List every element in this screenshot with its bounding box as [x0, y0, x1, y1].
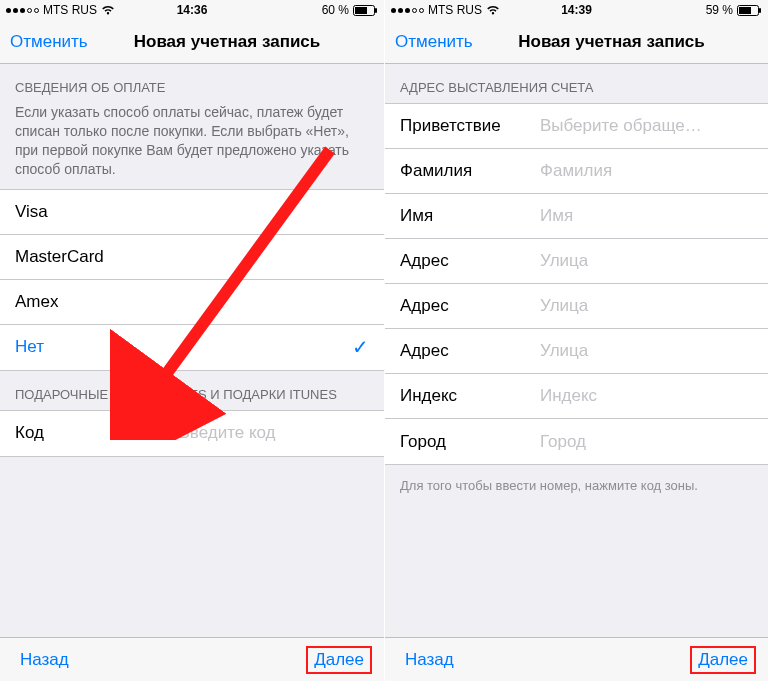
lastname-row[interactable]: Фамилия	[385, 149, 768, 194]
address2-input[interactable]	[540, 296, 753, 316]
city-input[interactable]	[540, 432, 753, 452]
billing-section-header: АДРЕС ВЫСТАВЛЕНИЯ СЧЕТА	[385, 64, 768, 103]
status-right: 59 %	[706, 3, 762, 17]
firstname-row[interactable]: Имя	[385, 194, 768, 239]
firstname-input[interactable]	[540, 206, 753, 226]
salutation-row[interactable]: Приветствие Выберите обраще…	[385, 104, 768, 149]
phone-left: MTS RUS 14:36 60 % Отменить Новая учетна…	[0, 0, 384, 681]
field-label: Адрес	[400, 296, 540, 316]
option-label: MasterCard	[15, 247, 104, 267]
payment-option-visa[interactable]: Visa	[0, 190, 384, 235]
scroll-content[interactable]: СВЕДЕНИЯ ОБ ОПЛАТЕ Если указать способ о…	[0, 64, 384, 637]
next-button[interactable]: Далее	[306, 646, 372, 674]
gift-code-label: Код	[15, 423, 85, 443]
status-bar: MTS RUS 14:36 60 %	[0, 0, 384, 20]
payment-section-header: СВЕДЕНИЯ ОБ ОПЛАТЕ	[0, 64, 384, 103]
field-label: Приветствие	[400, 116, 540, 136]
payment-option-mastercard[interactable]: MasterCard	[0, 235, 384, 280]
signal-dots-icon	[391, 8, 424, 13]
svg-rect-5	[739, 7, 751, 14]
status-left: MTS RUS	[391, 3, 500, 17]
back-button[interactable]: Назад	[397, 646, 462, 674]
field-label: Адрес	[400, 251, 540, 271]
battery-icon	[737, 5, 762, 16]
field-label: Имя	[400, 206, 540, 226]
status-time: 14:36	[177, 3, 208, 17]
address1-row[interactable]: Адрес	[385, 239, 768, 284]
bottom-toolbar: Назад Далее	[385, 637, 768, 681]
address1-input[interactable]	[540, 251, 753, 271]
address3-input[interactable]	[540, 341, 753, 361]
status-time: 14:39	[561, 3, 592, 17]
option-label: Нет	[15, 337, 44, 357]
gift-code-row[interactable]: Код	[0, 411, 384, 456]
status-left: MTS RUS	[6, 3, 115, 17]
phone-right: MTS RUS 14:39 59 % Отменить Новая учетна…	[384, 0, 768, 681]
lastname-input[interactable]	[540, 161, 753, 181]
field-label: Фамилия	[400, 161, 540, 181]
field-label: Индекс	[400, 386, 540, 406]
option-label: Amex	[15, 292, 58, 312]
payment-section-desc: Если указать способ оплаты сейчас, плате…	[0, 103, 384, 189]
postal-row[interactable]: Индекс	[385, 374, 768, 419]
battery-percent: 60 %	[322, 3, 349, 17]
payment-options-list: Visa MasterCard Amex Нет ✓	[0, 189, 384, 371]
next-button[interactable]: Далее	[690, 646, 756, 674]
carrier-label: MTS RUS	[428, 3, 482, 17]
carrier-label: MTS RUS	[43, 3, 97, 17]
gift-code-group: Код	[0, 410, 384, 457]
checkmark-icon: ✓	[352, 335, 369, 359]
gift-section-header: ПОДАРОЧНЫЕ КАРТЫ ITUNES И ПОДАРКИ ITUNES	[0, 371, 384, 410]
option-label: Visa	[15, 202, 48, 222]
field-label: Адрес	[400, 341, 540, 361]
cancel-button[interactable]: Отменить	[385, 32, 483, 52]
battery-icon	[353, 5, 378, 16]
address2-row[interactable]: Адрес	[385, 284, 768, 329]
billing-footer: Для того чтобы ввести номер, нажмите код…	[385, 465, 768, 503]
scroll-content[interactable]: АДРЕС ВЫСТАВЛЕНИЯ СЧЕТА Приветствие Выбе…	[385, 64, 768, 637]
postal-input[interactable]	[540, 386, 753, 406]
nav-bar: Отменить Новая учетная запись	[385, 20, 768, 64]
city-row[interactable]: Город	[385, 419, 768, 464]
svg-rect-1	[355, 7, 367, 14]
status-bar: MTS RUS 14:39 59 %	[385, 0, 768, 20]
back-button[interactable]: Назад	[12, 646, 77, 674]
gift-code-input[interactable]	[85, 423, 369, 443]
field-label: Город	[400, 432, 540, 452]
nav-bar: Отменить Новая учетная запись	[0, 20, 384, 64]
svg-rect-2	[375, 8, 377, 13]
wifi-icon	[486, 5, 500, 15]
battery-percent: 59 %	[706, 3, 733, 17]
wifi-icon	[101, 5, 115, 15]
status-right: 60 %	[322, 3, 378, 17]
svg-rect-6	[759, 8, 761, 13]
bottom-toolbar: Назад Далее	[0, 637, 384, 681]
address3-row[interactable]: Адрес	[385, 329, 768, 374]
salutation-value: Выберите обраще…	[540, 116, 753, 136]
payment-option-amex[interactable]: Amex	[0, 280, 384, 325]
payment-option-none[interactable]: Нет ✓	[0, 325, 384, 370]
billing-form: Приветствие Выберите обраще… Фамилия Имя…	[385, 103, 768, 465]
signal-dots-icon	[6, 8, 39, 13]
cancel-button[interactable]: Отменить	[0, 32, 98, 52]
